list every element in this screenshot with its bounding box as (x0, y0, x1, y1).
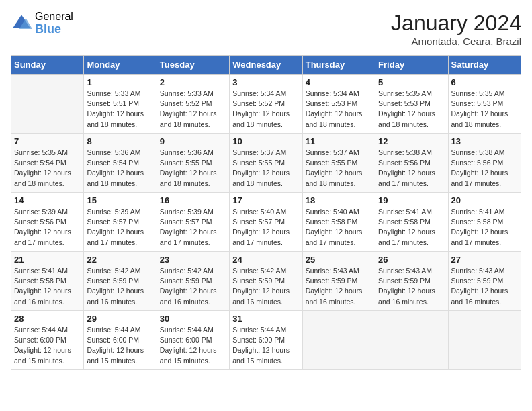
month-year: January 2024 (391, 11, 521, 36)
day-info: Sunrise: 5:41 AMSunset: 5:58 PMDaylight:… (378, 207, 445, 248)
day-cell: 26Sunrise: 5:43 AMSunset: 5:59 PMDayligh… (375, 252, 448, 311)
day-number: 11 (306, 136, 372, 146)
day-info: Sunrise: 5:39 AMSunset: 5:57 PMDaylight:… (160, 207, 226, 248)
header-row: SundayMondayTuesdayWednesdayThursdayFrid… (11, 56, 521, 75)
day-info: Sunrise: 5:42 AMSunset: 5:59 PMDaylight:… (160, 266, 226, 307)
day-cell: 15Sunrise: 5:39 AMSunset: 5:57 PMDayligh… (84, 193, 157, 252)
day-cell: 22Sunrise: 5:42 AMSunset: 5:59 PMDayligh… (84, 252, 157, 311)
day-number: 31 (232, 314, 299, 324)
day-cell: 7Sunrise: 5:35 AMSunset: 5:54 PMDaylight… (11, 134, 84, 193)
calendar-table: SundayMondayTuesdayWednesdayThursdayFrid… (11, 55, 521, 370)
day-info: Sunrise: 5:39 AMSunset: 5:56 PMDaylight:… (14, 207, 81, 248)
header-cell-monday: Monday (84, 56, 157, 75)
day-cell: 13Sunrise: 5:38 AMSunset: 5:56 PMDayligh… (448, 134, 521, 193)
header-cell-wednesday: Wednesday (230, 56, 302, 75)
day-info: Sunrise: 5:40 AMSunset: 5:58 PMDaylight:… (306, 207, 372, 248)
header-cell-tuesday: Tuesday (157, 56, 229, 75)
day-cell: 9Sunrise: 5:36 AMSunset: 5:55 PMDaylight… (157, 134, 229, 193)
day-number: 25 (306, 255, 372, 265)
calendar-body: 1Sunrise: 5:33 AMSunset: 5:51 PMDaylight… (11, 75, 521, 370)
day-info: Sunrise: 5:34 AMSunset: 5:53 PMDaylight:… (306, 89, 372, 130)
day-info: Sunrise: 5:43 AMSunset: 5:59 PMDaylight:… (378, 266, 445, 307)
logo-text: General Blue (35, 11, 73, 36)
calendar-header: SundayMondayTuesdayWednesdayThursdayFrid… (11, 56, 521, 75)
day-cell: 8Sunrise: 5:36 AMSunset: 5:54 PMDaylight… (84, 134, 157, 193)
day-cell: 5Sunrise: 5:35 AMSunset: 5:53 PMDaylight… (375, 75, 448, 134)
header-cell-saturday: Saturday (448, 56, 521, 75)
day-number: 20 (451, 195, 518, 205)
location: Amontada, Ceara, Brazil (391, 36, 521, 47)
day-cell: 21Sunrise: 5:41 AMSunset: 5:58 PMDayligh… (11, 252, 84, 311)
day-number: 19 (378, 195, 445, 205)
week-row-5: 28Sunrise: 5:44 AMSunset: 6:00 PMDayligh… (11, 311, 521, 370)
day-number: 12 (378, 136, 445, 146)
day-cell: 28Sunrise: 5:44 AMSunset: 6:00 PMDayligh… (11, 311, 84, 370)
day-cell: 16Sunrise: 5:39 AMSunset: 5:57 PMDayligh… (157, 193, 229, 252)
day-info: Sunrise: 5:38 AMSunset: 5:56 PMDaylight:… (451, 148, 518, 189)
day-number: 10 (232, 136, 299, 146)
day-number: 21 (14, 255, 81, 265)
logo-icon (11, 13, 32, 34)
day-info: Sunrise: 5:38 AMSunset: 5:56 PMDaylight:… (378, 148, 445, 189)
day-cell: 19Sunrise: 5:41 AMSunset: 5:58 PMDayligh… (375, 193, 448, 252)
day-info: Sunrise: 5:37 AMSunset: 5:55 PMDaylight:… (232, 148, 299, 189)
day-cell: 3Sunrise: 5:34 AMSunset: 5:52 PMDaylight… (230, 75, 302, 134)
day-info: Sunrise: 5:44 AMSunset: 6:00 PMDaylight:… (14, 325, 81, 366)
day-info: Sunrise: 5:34 AMSunset: 5:52 PMDaylight:… (232, 89, 299, 130)
day-number: 5 (378, 77, 445, 87)
day-info: Sunrise: 5:44 AMSunset: 6:00 PMDaylight:… (87, 325, 153, 366)
day-info: Sunrise: 5:35 AMSunset: 5:53 PMDaylight:… (378, 89, 445, 130)
day-cell: 29Sunrise: 5:44 AMSunset: 6:00 PMDayligh… (84, 311, 157, 370)
day-number: 27 (451, 255, 518, 265)
day-number: 29 (87, 314, 153, 324)
day-number: 17 (232, 195, 299, 205)
day-cell (375, 311, 448, 370)
day-number: 28 (14, 314, 81, 324)
day-number: 7 (14, 136, 81, 146)
day-info: Sunrise: 5:36 AMSunset: 5:54 PMDaylight:… (87, 148, 153, 189)
day-cell (302, 311, 375, 370)
day-cell: 10Sunrise: 5:37 AMSunset: 5:55 PMDayligh… (230, 134, 302, 193)
day-number: 8 (87, 136, 153, 146)
logo-blue: Blue (35, 23, 73, 36)
day-cell: 20Sunrise: 5:41 AMSunset: 5:58 PMDayligh… (448, 193, 521, 252)
day-number: 14 (14, 195, 81, 205)
day-cell: 23Sunrise: 5:42 AMSunset: 5:59 PMDayligh… (157, 252, 229, 311)
day-number: 18 (306, 195, 372, 205)
day-number: 23 (160, 255, 226, 265)
day-number: 30 (160, 314, 226, 324)
day-info: Sunrise: 5:41 AMSunset: 5:58 PMDaylight:… (451, 207, 518, 248)
day-cell: 6Sunrise: 5:35 AMSunset: 5:53 PMDaylight… (448, 75, 521, 134)
day-info: Sunrise: 5:35 AMSunset: 5:54 PMDaylight:… (14, 148, 81, 189)
week-row-2: 7Sunrise: 5:35 AMSunset: 5:54 PMDaylight… (11, 134, 521, 193)
title-block: January 2024 Amontada, Ceara, Brazil (391, 11, 521, 47)
day-info: Sunrise: 5:37 AMSunset: 5:55 PMDaylight:… (306, 148, 372, 189)
logo-general: General (35, 11, 73, 23)
day-number: 3 (232, 77, 299, 87)
logo: General Blue (11, 11, 73, 36)
day-cell: 11Sunrise: 5:37 AMSunset: 5:55 PMDayligh… (302, 134, 375, 193)
day-cell: 12Sunrise: 5:38 AMSunset: 5:56 PMDayligh… (375, 134, 448, 193)
day-info: Sunrise: 5:42 AMSunset: 5:59 PMDaylight:… (232, 266, 299, 307)
day-number: 9 (160, 136, 226, 146)
day-cell: 17Sunrise: 5:40 AMSunset: 5:57 PMDayligh… (230, 193, 302, 252)
day-info: Sunrise: 5:33 AMSunset: 5:52 PMDaylight:… (160, 89, 226, 130)
header-cell-sunday: Sunday (11, 56, 84, 75)
day-cell: 18Sunrise: 5:40 AMSunset: 5:58 PMDayligh… (302, 193, 375, 252)
day-info: Sunrise: 5:41 AMSunset: 5:58 PMDaylight:… (14, 266, 81, 307)
day-info: Sunrise: 5:33 AMSunset: 5:51 PMDaylight:… (87, 89, 153, 130)
day-info: Sunrise: 5:35 AMSunset: 5:53 PMDaylight:… (451, 89, 518, 130)
week-row-4: 21Sunrise: 5:41 AMSunset: 5:58 PMDayligh… (11, 252, 521, 311)
day-cell: 1Sunrise: 5:33 AMSunset: 5:51 PMDaylight… (84, 75, 157, 134)
header-cell-thursday: Thursday (302, 56, 375, 75)
day-info: Sunrise: 5:39 AMSunset: 5:57 PMDaylight:… (87, 207, 153, 248)
day-number: 22 (87, 255, 153, 265)
day-number: 26 (378, 255, 445, 265)
page-header: General Blue January 2024 Amontada, Cear… (11, 11, 521, 47)
day-cell: 24Sunrise: 5:42 AMSunset: 5:59 PMDayligh… (230, 252, 302, 311)
day-cell: 30Sunrise: 5:44 AMSunset: 6:00 PMDayligh… (157, 311, 229, 370)
day-info: Sunrise: 5:36 AMSunset: 5:55 PMDaylight:… (160, 148, 226, 189)
day-cell (11, 75, 84, 134)
header-cell-friday: Friday (375, 56, 448, 75)
day-info: Sunrise: 5:44 AMSunset: 6:00 PMDaylight:… (232, 325, 299, 366)
